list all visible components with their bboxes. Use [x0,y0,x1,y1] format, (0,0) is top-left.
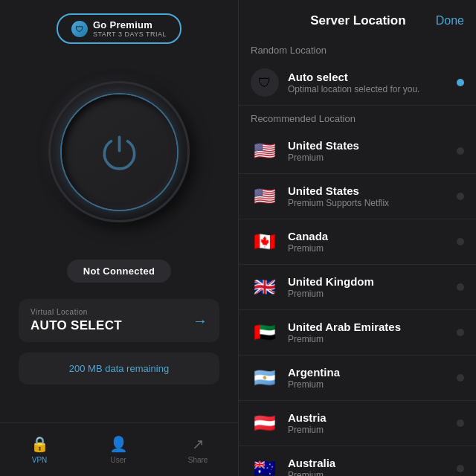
right-panel: Server Location Done Random Location 🛡 A… [238,0,476,476]
done-button[interactable]: Done [436,14,464,28]
list-item[interactable]: 🇦🇺 Australia Premium [239,446,476,476]
nav-item-share[interactable]: ↗ Share [188,435,208,464]
virtual-location-value: AUTO SELECT [30,318,122,333]
location-name: Auto select [288,71,448,83]
location-name: Australia [288,457,448,469]
location-sub: Premium Supports Netflix [288,198,448,208]
list-item[interactable]: 🇺🇸 United States Premium Supports Netfli… [239,174,476,219]
virtual-location-label: Virtual Location [30,308,122,316]
location-name: Austria [288,411,448,424]
selection-dot [457,238,464,245]
user-icon: 👤 [109,435,128,453]
virtual-location-box[interactable]: Virtual Location AUTO SELECT → [19,299,219,342]
location-name: United Arab Emirates [288,321,448,333]
location-name: Argentina [288,366,448,379]
list-item[interactable]: 🇦🇷 Argentina Premium [239,356,476,401]
location-sub: Premium [288,243,448,254]
selection-dot [457,374,464,382]
random-section-header: Random Location [239,37,476,60]
selection-dot [457,193,464,200]
premium-title: Go Premium [93,19,152,30]
location-sub: Premium [288,470,448,476]
recommended-section-header: Recommended Location [239,106,476,129]
list-item[interactable]: 🇦🇹 Austria Premium [239,401,476,446]
list-item[interactable]: 🇺🇸 United States Premium [239,129,476,174]
flag-us-2: 🇺🇸 [251,182,279,210]
location-name: United States [288,184,448,197]
right-header: Server Location Done [239,0,476,37]
premium-subtitle: START 3 DAYS TRIAL [93,30,167,38]
nav-label-vpn: VPN [32,456,48,464]
power-ring [62,94,177,210]
list-item[interactable]: 🇬🇧 United Kingdom Premium [239,265,476,310]
location-sub: Premium [288,334,448,344]
nav-item-vpn[interactable]: 🔒 VPN [30,435,49,464]
selection-dot [457,465,464,472]
premium-button[interactable]: 🛡 Go Premium START 3 DAYS TRIAL [57,13,181,44]
location-sub: Premium [288,152,448,163]
flag-us-1: 🇺🇸 [251,137,279,165]
flag-ca: 🇨🇦 [251,228,279,256]
list-item[interactable]: 🛡 Auto select Optimal location selected … [239,60,476,106]
shield-icon: 🛡 [71,21,88,37]
flag-ae: 🇦🇪 [251,318,279,347]
list-item[interactable]: 🇦🇪 United Arab Emirates Premium [239,310,476,356]
power-button[interactable] [48,81,190,222]
location-name: Canada [288,230,448,242]
right-panel-title: Server Location [280,13,436,28]
nav-label-share: Share [188,456,208,464]
nav-label-user: User [111,456,126,464]
location-sub: Optimal location selected for you. [288,84,448,94]
auto-select-icon: 🛡 [251,68,279,97]
selected-indicator [457,79,464,86]
share-icon: ↗ [192,435,205,453]
data-remaining-label: 200 MB data remaining [19,353,219,385]
location-sub: Premium [288,289,448,299]
location-sub: Premium [288,425,448,435]
selection-dot [457,329,464,336]
flag-ar: 🇦🇷 [251,364,279,392]
list-item[interactable]: 🇨🇦 Canada Premium [239,219,476,265]
bottom-nav: 🔒 VPN 👤 User ↗ Share [0,422,238,476]
connection-status-badge: Not Connected [67,260,171,283]
selection-dot [457,283,464,291]
lock-icon: 🔒 [30,435,49,453]
nav-item-user[interactable]: 👤 User [109,435,128,464]
power-icon [97,129,141,174]
location-sub: Premium [288,379,448,390]
location-name: United Kingdom [288,275,448,288]
flag-gb: 🇬🇧 [251,273,279,301]
arrow-right-icon: → [193,312,208,329]
selection-dot [457,419,464,427]
location-name: United States [288,139,448,152]
selection-dot [457,147,464,155]
location-list: Random Location 🛡 Auto select Optimal lo… [239,37,476,476]
flag-au: 🇦🇺 [251,454,279,476]
left-panel: 🛡 Go Premium START 3 DAYS TRIAL Not Conn… [0,0,238,476]
flag-at: 🇦🇹 [251,409,279,437]
